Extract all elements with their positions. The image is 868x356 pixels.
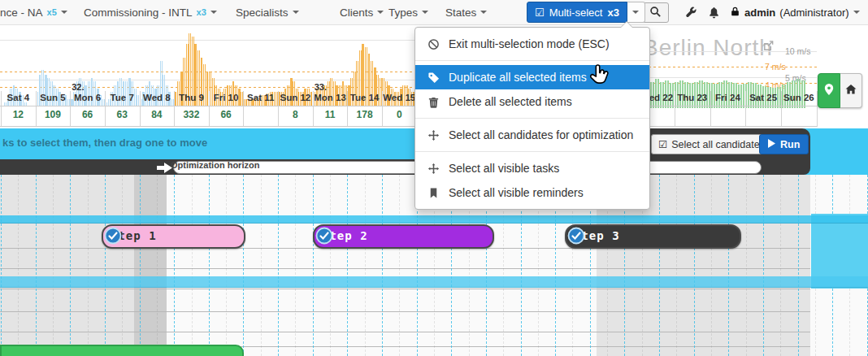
task-bar[interactable]: Step 2 bbox=[313, 224, 494, 249]
user-name: admin bbox=[744, 7, 775, 19]
grid-vline-half bbox=[365, 175, 366, 356]
grid-vline-half bbox=[780, 175, 781, 356]
nav-item-specialists[interactable]: Specialists bbox=[236, 0, 299, 24]
nav-item-count-badge: x5 bbox=[47, 7, 57, 17]
day-count: 178 bbox=[347, 109, 382, 120]
search-button[interactable] bbox=[641, 2, 669, 23]
task-bar[interactable]: Step 3 bbox=[565, 224, 741, 249]
chevron-down-icon bbox=[632, 11, 639, 14]
checkbox-checked-icon: ☑ bbox=[658, 138, 667, 150]
menu-divider bbox=[415, 118, 649, 119]
bookmark-icon bbox=[427, 186, 441, 199]
date-label: Sun 12 bbox=[278, 93, 313, 102]
menu-item[interactable]: Select all visible tasks bbox=[415, 156, 649, 180]
map-pin-button[interactable] bbox=[818, 73, 840, 108]
nav-item-states[interactable]: States bbox=[445, 0, 487, 24]
grid-vline-day bbox=[694, 175, 695, 356]
grid-vline-day bbox=[278, 175, 279, 356]
grid-vline-day bbox=[313, 175, 314, 356]
play-icon bbox=[768, 139, 775, 150]
cell-border bbox=[1, 91, 2, 127]
dropdown-notch bbox=[621, 22, 632, 28]
wind-scale-label: 7 m/s bbox=[765, 62, 786, 72]
tag-icon bbox=[427, 71, 441, 84]
select-all-candidates-button[interactable]: ☑ Select all candidates bbox=[651, 134, 772, 154]
grid-vline-half bbox=[226, 175, 227, 356]
map-pin-icon bbox=[822, 83, 835, 99]
day-count: 66 bbox=[209, 109, 244, 120]
nav-item-label: Clients bbox=[340, 7, 373, 19]
menu-item[interactable]: Duplicate all selected items bbox=[415, 65, 649, 89]
share-icon[interactable] bbox=[762, 40, 775, 55]
multi-select-count: x3 bbox=[607, 7, 618, 19]
multi-select-split-button: ☑ Multi-select x3 bbox=[527, 2, 645, 23]
cell-border bbox=[36, 91, 37, 127]
multi-select-caret-button[interactable] bbox=[627, 2, 645, 23]
date-label: Tue 14 bbox=[347, 93, 382, 102]
chevron-down-icon bbox=[61, 11, 67, 14]
date-label: Fri 10 bbox=[209, 93, 244, 102]
grid-vline-day bbox=[798, 175, 799, 356]
selected-check-badge bbox=[315, 227, 333, 248]
location-title: Berlin North bbox=[643, 35, 773, 61]
task-bar[interactable]: Step 1 bbox=[102, 224, 245, 249]
menu-item[interactable]: Delete all selected items bbox=[415, 89, 649, 114]
cell-border bbox=[174, 91, 175, 127]
row-highlight-band bbox=[0, 276, 868, 288]
divider bbox=[639, 126, 817, 127]
cell-border bbox=[781, 91, 782, 127]
move-icon bbox=[427, 162, 441, 175]
run-button[interactable]: Run bbox=[759, 134, 809, 154]
home-icon bbox=[844, 83, 857, 99]
home-button[interactable] bbox=[840, 73, 862, 108]
menu-item-label: Duplicate all selected items bbox=[449, 71, 587, 84]
multi-select-button[interactable]: ☑ Multi-select x3 bbox=[527, 2, 627, 23]
grid-vline-day bbox=[347, 175, 348, 356]
search-icon bbox=[649, 6, 662, 20]
nav-item-types[interactable]: Types bbox=[388, 0, 428, 24]
date-label: Sun 5 bbox=[36, 93, 71, 102]
menu-item[interactable]: Exit multi-selection mode (ESC) bbox=[415, 32, 649, 56]
grid-vline-half bbox=[53, 175, 54, 356]
wrench-icon[interactable] bbox=[685, 7, 697, 22]
cell-border bbox=[70, 91, 71, 127]
cell-border bbox=[675, 91, 675, 127]
day-count: 66 bbox=[70, 109, 105, 120]
user-role: (Administrator) bbox=[779, 7, 848, 19]
date-label: Thu 9 bbox=[174, 93, 209, 102]
menu-item[interactable]: Select all visible reminders bbox=[415, 180, 649, 205]
menu-item[interactable]: Select all candidates for optimization bbox=[415, 123, 649, 147]
nav-item-clients[interactable]: Clients bbox=[340, 0, 384, 24]
day-count: 109 bbox=[36, 109, 71, 120]
cell-border bbox=[140, 91, 141, 127]
grid-vline-day bbox=[174, 175, 175, 356]
task-bar-green[interactable] bbox=[0, 345, 244, 356]
nav-item-label: Commissioning - INTL bbox=[84, 7, 193, 19]
selected-check-badge bbox=[104, 227, 122, 248]
nav-item-maintenance-na[interactable]: nce - NAx5 bbox=[0, 0, 67, 24]
grid-vline-day bbox=[728, 175, 729, 356]
map-toggle-group bbox=[818, 73, 862, 108]
date-label: Mon 13 bbox=[313, 93, 348, 102]
date-label: Tue 7 bbox=[105, 93, 140, 102]
user-menu[interactable]: admin (Administrator) bbox=[730, 0, 860, 24]
menu-divider bbox=[415, 60, 649, 61]
nav-item-commissioning-intl[interactable]: Commissioning - INTLx3 bbox=[84, 0, 217, 24]
chevron-down-icon bbox=[293, 11, 299, 14]
menu-item-label: Select all visible tasks bbox=[449, 162, 559, 175]
grid-vline-half bbox=[676, 175, 677, 356]
checkbox-checked-icon: ☑ bbox=[535, 7, 545, 19]
multi-select-dropdown: Exit multi-selection mode (ESC)Duplicate… bbox=[414, 27, 650, 210]
menu-item-label: Delete all selected items bbox=[449, 95, 572, 108]
row-highlight-band bbox=[0, 215, 868, 224]
optimization-toolbar: ☑ Select all candidates Run bbox=[644, 128, 810, 159]
date-label: Wed 8 bbox=[140, 93, 175, 102]
week-number: 32. bbox=[72, 82, 84, 92]
grid-vline-day bbox=[36, 175, 37, 356]
grid-vline-half bbox=[330, 175, 331, 356]
app-root: nce - NAx5Commissioning - INTLx3Speciali… bbox=[0, 0, 868, 356]
menu-divider bbox=[415, 151, 649, 152]
grid-vline-half bbox=[192, 175, 193, 356]
grid-vline-half bbox=[157, 175, 158, 356]
bell-icon[interactable] bbox=[708, 7, 720, 22]
